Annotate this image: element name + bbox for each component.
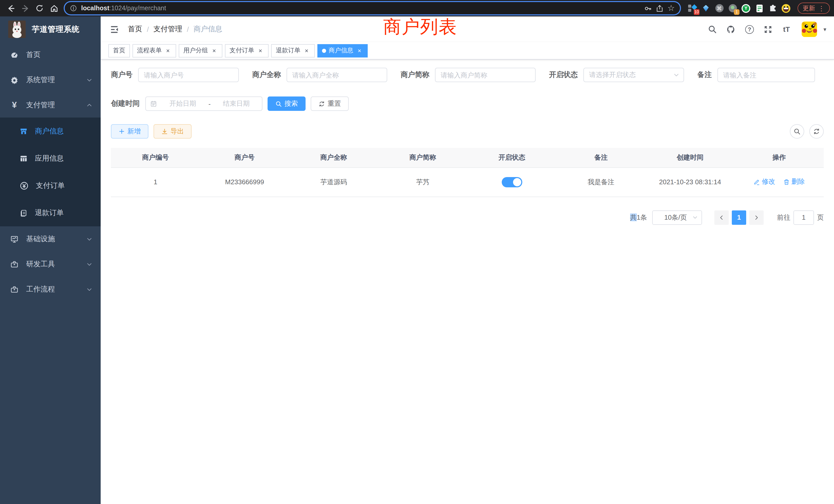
search-button[interactable]: 搜索 (267, 96, 306, 111)
app-title: 芋道管理系统 (32, 24, 80, 34)
sidebar-item-refund-order[interactable]: 退款订单 (0, 199, 101, 226)
cell-status (467, 167, 556, 197)
search-icon (275, 100, 282, 107)
page-number-1[interactable]: 1 (732, 210, 746, 225)
trash-icon (783, 179, 790, 185)
col-remark: 备注 (556, 148, 645, 167)
sidebar-item-pay-order[interactable]: 支付订单 (0, 172, 101, 199)
close-icon[interactable]: × (211, 47, 218, 54)
bookmark-star-icon[interactable]: ☆ (667, 4, 675, 12)
prev-page-button[interactable] (714, 210, 729, 225)
monitor-icon (10, 235, 19, 243)
tag-home[interactable]: 首页 (108, 44, 130, 57)
reset-button[interactable]: 重置 (311, 96, 349, 111)
tag-user-group[interactable]: 用户分组× (179, 44, 222, 57)
sidebar-item-infra[interactable]: 基础设施 (0, 226, 101, 251)
extension-sketch-icon[interactable]: 10 (688, 4, 697, 13)
tag-refund-order[interactable]: 退款订单× (271, 44, 315, 57)
next-page-button[interactable] (749, 210, 764, 225)
col-merchant-id: 商户编号 (111, 148, 200, 167)
merchant-table: 商户编号 商户号 商户全称 商户简称 开启状态 备注 创建时间 操作 1 (111, 148, 824, 197)
dashboard-icon (10, 50, 19, 59)
close-icon[interactable]: × (164, 47, 172, 54)
browser-reload-button[interactable] (33, 2, 46, 15)
extension-kite-icon[interactable] (702, 4, 710, 13)
sidebar-item-workflow[interactable]: 工作流程 (0, 277, 101, 302)
show-search-toggle-button[interactable] (790, 124, 804, 139)
close-icon[interactable]: × (356, 47, 363, 54)
full-name-input[interactable] (287, 68, 387, 82)
tag-merchant-info-active[interactable]: 商户信息× (317, 44, 368, 57)
password-key-icon[interactable] (644, 4, 652, 12)
sidebar-item-system[interactable]: 系统管理 (0, 67, 101, 92)
status-select[interactable]: 请选择开启状态 (584, 68, 684, 82)
add-button[interactable]: 新增 (111, 124, 148, 139)
chrome-update-button[interactable]: 更新 ⋮ (797, 3, 830, 14)
avatar-caret-icon[interactable]: ▾ (824, 26, 826, 32)
font-size-icon[interactable]: tT (779, 22, 794, 37)
page-content: 商户号 商户全称 商户简称 开启状态 请选择开启状态 (101, 60, 834, 504)
table-toolbar: 新增 导出 (111, 124, 824, 139)
col-merchant-no: 商户号 (200, 148, 289, 167)
tag-pay-order[interactable]: 支付订单× (225, 44, 269, 57)
fullscreen-icon[interactable] (761, 22, 775, 37)
sidebar-logo[interactable]: 芋道管理系统 (0, 17, 101, 42)
breadcrumb-home[interactable]: 首页 (128, 25, 142, 34)
col-full-name: 商户全称 (289, 148, 378, 167)
browser-forward-button[interactable] (19, 2, 32, 15)
tag-process-form[interactable]: 流程表单× (132, 44, 176, 57)
close-icon[interactable]: × (303, 47, 310, 54)
calendar-icon (150, 100, 157, 107)
help-icon[interactable]: ? (742, 22, 757, 37)
col-create-time: 创建时间 (645, 148, 734, 167)
toolbox-icon (10, 260, 19, 268)
download-icon (161, 128, 168, 135)
page-size-select[interactable]: 10条/页 (652, 210, 702, 225)
sidebar-item-app-info[interactable]: 应用信息 (0, 145, 101, 172)
refresh-table-button[interactable] (809, 124, 824, 139)
edit-button[interactable]: 修改 (754, 177, 775, 187)
goto-page-input[interactable] (793, 210, 814, 225)
merchant-no-input[interactable] (138, 68, 239, 82)
address-bar[interactable]: localhost :1024/pay/merchant ☆ (65, 2, 680, 14)
remark-input[interactable] (718, 68, 815, 82)
sidebar-item-pay[interactable]: ¥ 支付管理 (0, 92, 101, 117)
filter-status: 开启状态 请选择开启状态 (549, 68, 684, 82)
sidebar-item-devtools[interactable]: 研发工具 (0, 251, 101, 277)
chevron-up-icon (86, 102, 92, 108)
table-row: 1 M233666999 芋道源码 芋艿 我是备注 2021-10-23 08:… (111, 167, 824, 197)
sidebar-collapse-icon[interactable] (108, 24, 120, 35)
col-status: 开启状态 (467, 148, 556, 167)
browser-menu-icon[interactable]: ⋮ (818, 4, 825, 12)
short-name-input[interactable] (435, 68, 535, 82)
refresh-icon (319, 100, 325, 107)
site-info-icon[interactable] (70, 5, 77, 12)
extension-circle-icon[interactable]: 1 (728, 4, 737, 13)
pagination: 共1条 10条/页 1 前往 页 (111, 210, 824, 225)
extension-command-icon[interactable]: ⌘ (715, 4, 724, 13)
profile-emoji-avatar[interactable] (782, 4, 790, 13)
sidebar-item-home[interactable]: 首页 (0, 42, 101, 67)
sidebar-item-merchant-info[interactable]: 商户信息 (0, 117, 101, 145)
extension-y-icon[interactable]: Y (742, 4, 750, 13)
extension-notes-icon[interactable] (755, 4, 764, 13)
chevron-down-icon (692, 214, 698, 220)
filter-remark: 备注 (697, 68, 815, 82)
browser-back-button[interactable] (4, 2, 18, 15)
status-toggle[interactable] (502, 177, 522, 187)
filter-full-name: 商户全称 (252, 68, 387, 82)
export-button[interactable]: 导出 (154, 124, 192, 139)
share-icon[interactable] (656, 4, 663, 12)
cell-merchant-no: M233666999 (200, 167, 289, 197)
user-avatar-pikachu[interactable] (802, 22, 817, 37)
create-time-range-picker[interactable]: 开始日期 - 结束日期 (145, 96, 262, 111)
close-icon[interactable]: × (257, 47, 264, 54)
breadcrumb-current: 商户信息 (194, 25, 222, 34)
github-icon[interactable] (724, 22, 738, 37)
header-search-icon[interactable] (705, 22, 720, 37)
delete-button[interactable]: 删除 (783, 177, 805, 187)
browser-home-button[interactable] (47, 2, 61, 15)
filter-merchant-no: 商户号 (111, 68, 239, 82)
extensions-puzzle-icon[interactable] (768, 4, 777, 13)
breadcrumb-pay[interactable]: 支付管理 (154, 25, 182, 34)
